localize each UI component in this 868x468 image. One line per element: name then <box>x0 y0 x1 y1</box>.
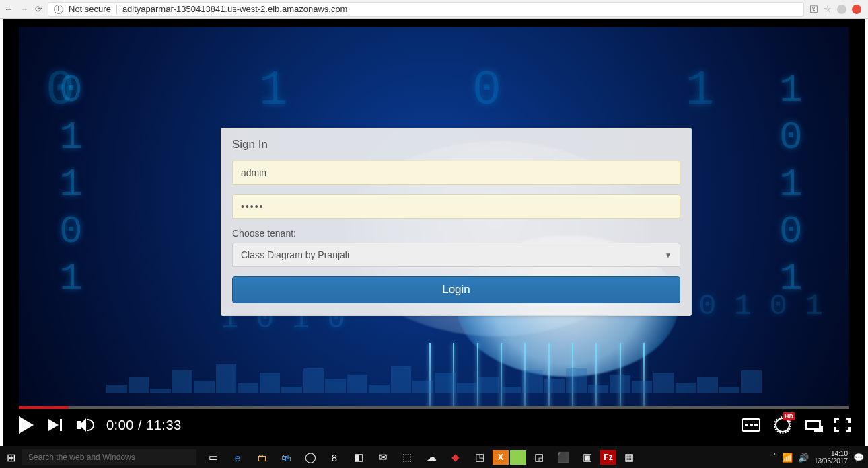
explorer-icon[interactable]: 🗀 <box>250 448 273 467</box>
app-icon[interactable]: ☁ <box>420 448 443 467</box>
bg-digits: 10101 <box>779 67 803 303</box>
password-input[interactable]: ••••• <box>232 194 680 219</box>
page-background: 01101 10101 1 0 1 0 0 1 0 1 Sign In admi… <box>19 27 849 406</box>
browser-toolbar: ← → ⟳ i Not secure adityaparmar-13504138… <box>0 0 868 19</box>
tenant-label: Choose tenant: <box>232 228 680 239</box>
filezilla-icon[interactable]: Fz <box>600 450 616 465</box>
info-icon[interactable]: i <box>54 5 63 14</box>
extension-icon[interactable] <box>837 5 846 14</box>
xampp-icon[interactable]: X <box>493 450 509 465</box>
bg-digits: 0 1 0 1 <box>698 282 823 329</box>
chevron-down-icon: ▼ <box>665 251 672 259</box>
windows-taskbar: ⊞ Search the web and Windows ▭ e 🗀 🛍 ◯ 8… <box>0 446 868 468</box>
equalizer-graphic <box>106 352 762 393</box>
video-current-time: 0:00 <box>106 418 134 432</box>
next-icon[interactable] <box>48 419 62 431</box>
volume-tray-icon[interactable]: 🔊 <box>798 454 809 461</box>
app-icon[interactable]: ⬚ <box>396 448 419 467</box>
taskbar-apps: ▭ e 🗀 🛍 ◯ 8 ◧ ✉ ⬚ ☁ ◆ ◳ X ◲ ⬛ ▣ Fz ▦ <box>202 448 641 467</box>
address-bar[interactable]: i Not secure adityaparmar-1350413841.us-… <box>48 2 804 17</box>
pdf-icon[interactable]: ◆ <box>444 448 467 467</box>
miniplayer-icon[interactable] <box>805 420 821 430</box>
taskbar-time: 14:10 <box>814 450 848 457</box>
signin-panel: Sign In admin ••••• Choose tenant: Class… <box>221 128 692 316</box>
app-icon[interactable]: ⬛ <box>552 448 575 467</box>
app-icon[interactable]: ◳ <box>468 448 491 467</box>
video-duration: 11:33 <box>146 418 182 432</box>
key-icon[interactable]: ⚿ <box>809 4 818 14</box>
action-center-icon[interactable]: 💬 <box>853 454 864 461</box>
bookmark-star-icon[interactable]: ☆ <box>824 4 832 14</box>
play-icon[interactable] <box>19 416 34 434</box>
network-icon[interactable]: 📶 <box>782 454 793 461</box>
taskbar-date: 13/05/2017 <box>814 457 848 465</box>
settings-gear-icon[interactable]: HD <box>775 418 790 432</box>
bg-digits: 01101 <box>59 67 83 303</box>
app-icon[interactable]: ◧ <box>347 448 370 467</box>
app-icon[interactable]: 8 <box>323 448 346 467</box>
tenant-selected: Class Diagram by Pranjali <box>241 249 349 260</box>
video-stage: 01101 10101 1 0 1 0 0 1 0 1 Sign In admi… <box>3 19 865 446</box>
subtitles-icon[interactable] <box>742 418 760 432</box>
extension-red-icon[interactable] <box>852 5 861 14</box>
signin-title: Sign In <box>232 138 680 151</box>
taskbar-clock[interactable]: 14:10 13/05/2017 <box>814 450 848 465</box>
reload-icon[interactable]: ⟳ <box>35 4 42 14</box>
fullscreen-icon[interactable] <box>836 420 849 430</box>
video-progress-played <box>19 406 69 409</box>
app-icon[interactable]: ▦ <box>618 448 641 467</box>
volume-icon[interactable] <box>77 418 92 432</box>
taskview-icon[interactable]: ▭ <box>202 448 225 467</box>
time-separator: / <box>138 418 146 432</box>
url-text: adityaparmar-1350413841.us-west-2.elb.am… <box>122 4 348 14</box>
app-icon[interactable]: ◲ <box>528 448 550 467</box>
tray-overflow-icon[interactable]: ˄ <box>772 454 776 461</box>
app-icon[interactable]: ▣ <box>576 448 599 467</box>
taskbar-search-placeholder: Search the web and Windows <box>28 453 135 462</box>
app-icon[interactable]: ✉ <box>371 448 394 467</box>
username-value: admin <box>241 167 266 178</box>
security-label: Not secure <box>69 4 111 14</box>
divider <box>116 5 117 14</box>
notepadpp-icon[interactable] <box>510 450 526 465</box>
login-button[interactable]: Login <box>232 276 680 303</box>
username-input[interactable]: admin <box>232 161 680 185</box>
password-value: ••••• <box>241 201 264 212</box>
tenant-select[interactable]: Class Diagram by Pranjali ▼ <box>232 243 680 267</box>
system-tray: ˄ 📶 🔊 14:10 13/05/2017 💬 <box>772 450 868 465</box>
video-progress-bar[interactable] <box>19 406 849 409</box>
login-label: Login <box>442 283 470 297</box>
hd-badge: HD <box>783 412 795 420</box>
chrome-icon[interactable]: ◯ <box>299 448 322 467</box>
taskbar-search[interactable]: Search the web and Windows <box>22 449 196 465</box>
video-time: 0:00 / 11:33 <box>106 418 182 433</box>
video-controls: 0:00 / 11:33 HD <box>19 412 849 438</box>
edge-icon[interactable]: e <box>226 448 249 467</box>
back-icon[interactable]: ← <box>4 4 13 14</box>
start-button[interactable]: ⊞ <box>0 451 22 464</box>
forward-icon[interactable]: → <box>20 4 28 14</box>
store-icon[interactable]: 🛍 <box>275 448 297 467</box>
